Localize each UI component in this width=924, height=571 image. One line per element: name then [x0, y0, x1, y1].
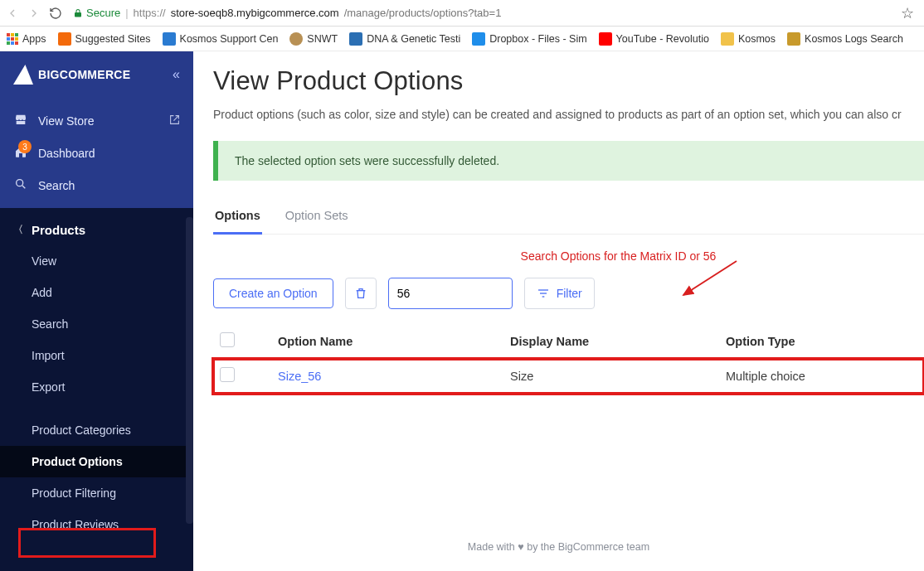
sidebar-section-products[interactable]: 〈 Products [0, 208, 193, 245]
bookmark-label: YouTube - Revolutio [616, 33, 709, 45]
page: View Product Options Product options (su… [193, 51, 924, 394]
table-header: Option Name Display Name Option Type [213, 324, 924, 359]
success-alert: The selected option sets were successful… [213, 141, 924, 181]
chevron-left-icon: 〈 [13, 223, 23, 237]
reload-icon[interactable] [48, 6, 63, 21]
favicon-icon [349, 32, 362, 46]
row-display-name: Size [510, 370, 726, 383]
sidebar-item-search[interactable]: Search [0, 308, 193, 340]
browser-nav-row: Secure | https://store-soeqb8.mybigcomme… [0, 0, 924, 27]
search-options-input[interactable] [388, 278, 513, 309]
bookmark-item[interactable]: Kosmos Support Cen [163, 32, 279, 46]
dashboard-badge: 3 [18, 140, 32, 153]
brand-big: BIG [38, 68, 60, 81]
brand-text: BIGCOMMERCE [38, 68, 130, 81]
sidebar-item-view[interactable]: View [0, 245, 193, 277]
create-option-button[interactable]: Create an Option [213, 278, 333, 308]
sidebar-item-import[interactable]: Import [0, 340, 193, 371]
app-shell: BIGCOMMERCE « View Store 3 Dashboard [0, 51, 924, 571]
external-link-icon [169, 114, 180, 128]
brand-bar: BIGCOMMERCE « [0, 51, 193, 98]
tab-option-sets[interactable]: Option Sets [284, 202, 350, 234]
url-host: store-soeqb8.mybigcommerce.com [171, 7, 339, 19]
bookmarks-bar: Apps Suggested Sites Kosmos Support Cen … [0, 27, 924, 51]
address-bar[interactable]: Secure | https://store-soeqb8.mybigcomme… [70, 7, 894, 19]
footer-pre: Made with [468, 541, 518, 553]
bookmark-item[interactable]: Kosmos Logs Search [787, 32, 903, 46]
row-option-type: Multiple choice [726, 370, 917, 383]
bookmark-label: Apps [22, 33, 46, 45]
brand-left: BIGCOMMERCE [13, 65, 130, 85]
sidebar-item-product-reviews[interactable]: Product Reviews [0, 509, 193, 540]
sidebar-item-export[interactable]: Export [0, 371, 193, 403]
brand-logo-icon [13, 65, 33, 85]
page-description: Product options (such as color, size and… [213, 108, 924, 121]
nav-search[interactable]: Search [0, 169, 193, 201]
sidebar-item-add[interactable]: Add [0, 277, 193, 308]
bookmark-label: Kosmos [738, 33, 776, 45]
nav-label: View Store [38, 114, 94, 128]
main-content: View Product Options Product options (su… [193, 51, 924, 571]
bookmark-item[interactable]: Kosmos [721, 32, 776, 46]
bookmark-apps[interactable]: Apps [7, 33, 46, 45]
sidebar-group-2: Product Categories Product Options Produ… [0, 403, 193, 540]
collapse-sidebar-icon[interactable]: « [173, 67, 180, 82]
apps-icon [7, 33, 18, 45]
filter-button[interactable]: Filter [524, 278, 595, 309]
alert-text: The selected option sets were successful… [235, 154, 499, 167]
delete-button[interactable] [345, 278, 377, 309]
bookmark-item[interactable]: Dropbox - Files - Sim [472, 32, 586, 46]
row-option-name-link[interactable]: Size_56 [278, 370, 510, 383]
favicon-icon [163, 32, 176, 46]
annotation-text: Search Options for the Matrix ID or 56 [313, 249, 924, 263]
bookmark-label: SNWT [307, 33, 338, 45]
bookmark-item[interactable]: YouTube - Revolutio [599, 32, 709, 46]
bookmark-item[interactable]: Suggested Sites [58, 32, 151, 46]
sidebar-scrollbar[interactable] [186, 217, 193, 524]
favicon-icon [472, 32, 485, 46]
bookmark-label: Kosmos Support Cen [180, 33, 279, 45]
forward-icon[interactable] [27, 6, 41, 21]
page-footer: Made with ♥ by the BigCommerce team [193, 541, 924, 553]
sidebar-item-product-options[interactable]: Product Options [0, 446, 193, 477]
brand-rest: COMMERCE [60, 68, 131, 81]
bookmark-star-icon[interactable]: ☆ [901, 4, 914, 22]
secure-badge: Secure [73, 7, 120, 19]
sidebar-item-product-filtering[interactable]: Product Filtering [0, 477, 193, 509]
favicon-icon [787, 32, 800, 46]
nav-label: Dashboard [38, 147, 95, 160]
tab-options[interactable]: Options [213, 202, 262, 235]
nav-dashboard[interactable]: 3 Dashboard [0, 137, 193, 169]
tabs: Options Option Sets [213, 202, 924, 235]
store-icon [13, 113, 28, 128]
col-option-type: Option Type [726, 335, 917, 348]
bookmark-item[interactable]: SNWT [289, 32, 338, 46]
sidebar-item-product-categories[interactable]: Product Categories [0, 414, 193, 446]
svg-point-0 [17, 180, 23, 186]
select-all-checkbox[interactable] [220, 332, 235, 347]
url-path: /manage/products/options?tab=1 [344, 7, 502, 19]
addr-sep: | [125, 7, 128, 19]
filter-label: Filter [557, 287, 582, 300]
bookmark-label: DNA & Genetic Testi [367, 33, 460, 45]
options-toolbar: Create an Option Filter [213, 278, 924, 309]
bookmark-item[interactable]: DNA & Genetic Testi [349, 32, 460, 46]
nav-view-store[interactable]: View Store [0, 104, 193, 137]
table-row: Size_56 Size Multiple choice [213, 359, 924, 394]
row-checkbox[interactable] [220, 367, 235, 382]
favicon-icon [721, 32, 734, 46]
filter-icon [537, 287, 550, 300]
search-icon [13, 177, 28, 193]
section-title: Products [32, 223, 85, 237]
col-display-name: Display Name [510, 335, 726, 348]
bookmark-label: Dropbox - Files - Sim [489, 33, 586, 45]
heart-icon: ♥ [518, 541, 523, 553]
favicon-icon [58, 32, 71, 46]
favicon-icon [289, 32, 303, 46]
secure-label: Secure [86, 7, 120, 19]
back-icon[interactable] [5, 6, 20, 21]
nav-label: Search [38, 179, 75, 192]
bookmark-label: Suggested Sites [75, 33, 151, 45]
footer-post: by the BigCommerce team [524, 541, 649, 553]
url-prefix: https:// [134, 7, 166, 19]
